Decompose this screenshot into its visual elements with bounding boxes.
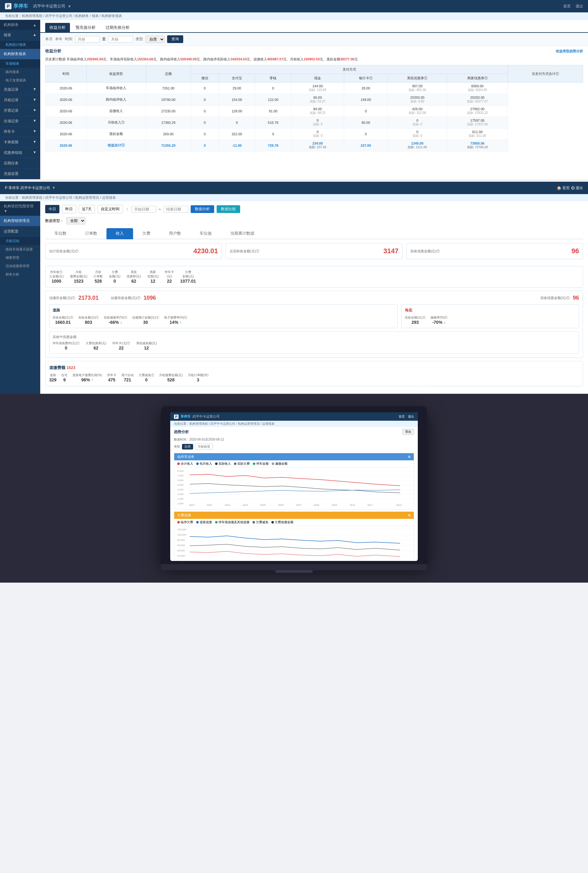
date-btn-custom[interactable]: 自定义时间	[98, 205, 123, 213]
monthly-card: 道缴费额 1523 道路 329 住宅 9 道路电子缴费比例(%) 96% ↑	[45, 361, 583, 386]
ops-home[interactable]: 🏠 首页	[557, 186, 570, 190]
chart1-expand[interactable]: ⊕	[408, 455, 411, 459]
filter-year-label: 本年	[55, 36, 63, 42]
ops-sidebar-check[interactable]: 稽查管理	[0, 254, 40, 262]
monthly-order-metric: 月租订单数 528	[93, 270, 103, 284]
ops-logout[interactable]: ⏻ 退出	[571, 186, 583, 190]
discount-parking: 停车场免费停(元)① 0	[52, 341, 80, 350]
ops-sidebar-finance[interactable]: 财务分析	[0, 270, 40, 279]
tab-parking-count[interactable]: 车位数	[45, 228, 76, 239]
legend-arrear-discount: 欠费减免	[252, 520, 268, 524]
cell-total: 17360.29	[146, 117, 190, 128]
road-growth: 实收漏缴率(%)① -66% ↓	[104, 316, 127, 325]
logout-link[interactable]: 退出	[576, 4, 583, 9]
tab-parking-value[interactable]: 车位值	[190, 228, 221, 239]
ops-company: 武平中卡运营公司	[20, 186, 50, 190]
svg-text:06/07: 06/07	[296, 504, 302, 506]
cell-merchant: 426.00实际: 312.00	[388, 105, 447, 117]
parking-card-metric: 停车卡(元) 22	[165, 270, 174, 284]
data-analyze-btn[interactable]: 数据分析	[190, 205, 214, 213]
cell-pay-total: 8369.00实际: 8324.93	[447, 82, 507, 94]
overflow-metric: 欠费金额(元) 1077.01	[180, 270, 196, 284]
chart-home[interactable]: 首页	[399, 415, 405, 419]
chart-type-active[interactable]: 自营	[182, 444, 193, 449]
cell-total-link[interactable]: 71355.29	[146, 140, 190, 151]
ops-sidebar-coupon[interactable]: 活动优惠券管理	[0, 262, 40, 270]
date-to-input[interactable]	[164, 206, 188, 213]
tab-revenue[interactable]: 收入	[106, 228, 133, 239]
logo-text: 享停车	[13, 3, 28, 10]
sidebar-item-active[interactable]: 机构财务报表	[0, 49, 40, 59]
filter-type-select[interactable]: 自营	[146, 36, 165, 43]
sidebar-item-card[interactable]: 停车卡 ▼	[0, 126, 40, 137]
sidebar-item-promo[interactable]: 优惠券组组 ▼	[0, 148, 40, 158]
actual-discount-value: 96	[572, 247, 579, 255]
tab-precharge[interactable]: 预充值分析	[71, 23, 100, 32]
svg-text:06/02: 06/02	[207, 504, 212, 506]
data-type-select[interactable]: 全部	[66, 217, 86, 224]
tab-users[interactable]: 用户数	[160, 228, 190, 239]
estimated-total-card: 估计应收金额(元)① 4230.01	[45, 243, 222, 259]
sidebar-item-tasks[interactable]: 后期任务	[0, 158, 40, 169]
ops-sidebar-road[interactable]: 路段车场显示设置	[0, 245, 40, 254]
ops-sidebar-ops[interactable]: 运营配套	[0, 226, 40, 237]
query-button[interactable]: 查询	[167, 35, 183, 43]
ops-sidebar-monthly[interactable]: 月租活动	[0, 237, 40, 245]
date-btn-7days[interactable]: 近7天	[79, 205, 95, 213]
sidebar-item-reports[interactable]: 报表 ▲	[0, 30, 40, 41]
ops-dropdown-icon[interactable]: ▾	[52, 185, 55, 190]
sidebar-sub-parking[interactable]: 车场报表	[0, 59, 40, 68]
legend-road-arrear: 临停欠费	[177, 520, 193, 524]
ops-sidebar: 机构管控范围管理▼ 机构营销管理员 运营配套 月租活动 路段车场显示设置 稽查管…	[0, 201, 40, 394]
revenue-table: 时间 收益类型 总额 支付方式 当支付方式合计① 微信 支付宝 零钱 现金 银行…	[45, 65, 583, 152]
sidebar-sub-indoor[interactable]: 路内报表	[0, 68, 40, 76]
date-from-input[interactable]	[132, 206, 156, 213]
metric-tabs: 车位数 订单数 收入 欠费 用户数 车位值 当期累计数据	[45, 228, 583, 239]
date-btn-today[interactable]: 今日	[45, 205, 59, 213]
data-compare-btn[interactable]: 数据比较	[217, 205, 240, 213]
dropdown-icon[interactable]: ▾	[68, 4, 70, 9]
sidebar-item-monthly[interactable]: 月租记录 ▼	[0, 95, 40, 105]
cell-date-link[interactable]: 2020-06	[45, 140, 87, 151]
export-btn[interactable]: 导出	[402, 429, 414, 435]
cell-cash: 91.00	[255, 105, 291, 117]
cell-cash: 0	[255, 82, 291, 94]
cell-date: 2020-06	[45, 82, 87, 94]
home-link[interactable]: 首页	[563, 4, 571, 9]
sidebar-item-recharge[interactable]: 充值记录 ▼	[0, 84, 40, 95]
sidebar-item-exit[interactable]: 出场记录 ▼	[0, 116, 40, 126]
sidebar-item-cardmgmt[interactable]: 卡券权限 ▼	[0, 137, 40, 148]
actual-total-label: 总实际收金额(元)①	[230, 249, 259, 254]
filter-month-start[interactable]	[75, 36, 100, 43]
m-parking: 停车卡 475	[107, 373, 116, 382]
sidebar-toggle[interactable]: ▲	[33, 23, 36, 27]
cell-merchant: 0实际: 0	[388, 117, 447, 128]
cell-alipay: 0	[191, 117, 219, 128]
tab-arrear[interactable]: 欠费	[133, 228, 160, 239]
tab-expire[interactable]: 过期失效分析	[101, 23, 134, 32]
cell-alipay: 0	[191, 94, 219, 105]
col-total: 总额	[146, 65, 190, 82]
trend-link[interactable]: 收益类型趋势分析	[556, 49, 583, 54]
sidebar-sub-invoice[interactable]: 电子发票报表	[0, 76, 40, 84]
ops-sidebar-marketing[interactable]: 机构营销管理员	[0, 216, 40, 226]
date-btn-yesterday[interactable]: 昨日	[62, 205, 76, 213]
sidebar-sub-stats[interactable]: 机构统计报表	[0, 41, 40, 49]
legend-actual: 实际收入	[215, 461, 231, 466]
tab-cumulative[interactable]: 当期累计数据	[221, 228, 264, 239]
road-discount-label: 实收优惠金额(元)①	[540, 296, 570, 300]
table-row: 2020-06 退款金额 269.00 0 322.00 0 0实际: 0 0 …	[45, 128, 583, 140]
chart-type-monthly[interactable]: 月租租赁	[195, 443, 213, 450]
sidebar-section-title: 机构财务 ▲	[0, 20, 40, 30]
tab-orders[interactable]: 订单数	[76, 228, 106, 239]
sidebar-item-checkin[interactable]: 开票记录 ▼	[0, 105, 40, 116]
sidebar-item-topup[interactable]: 充值设置	[0, 169, 40, 179]
chart-logout[interactable]: 退出	[408, 415, 414, 419]
ops-layout: 机构管控范围管理▼ 机构营销管理员 运营配套 月租活动 路段车场显示设置 稽查管…	[0, 201, 588, 394]
cell-type-link[interactable]: 收益合计①	[86, 140, 146, 151]
filter-month-end[interactable]	[108, 36, 133, 43]
cell-sys: 60.00	[344, 117, 387, 128]
chart2-expand[interactable]: ⊕	[408, 513, 411, 517]
svg-text:06/01: 06/01	[189, 504, 195, 506]
tab-revenue[interactable]: 收益分析	[45, 23, 70, 32]
